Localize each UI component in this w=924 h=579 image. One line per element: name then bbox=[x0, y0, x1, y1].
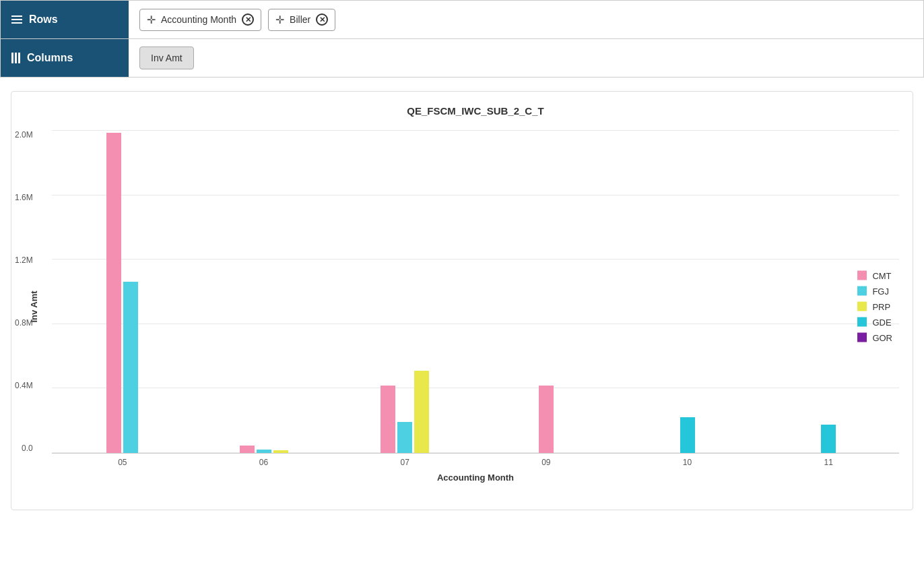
legend-color-GOR bbox=[857, 333, 867, 342]
accounting-month-label: Accounting Month bbox=[161, 14, 236, 25]
legend-label-PRP: PRP bbox=[872, 301, 890, 311]
rows-section: Rows ✛ Accounting Month ✕ ✛ Biller ✕ bbox=[1, 1, 923, 39]
legend-color-GDE bbox=[857, 317, 867, 327]
columns-icon bbox=[11, 53, 20, 63]
bar-GDE-11[interactable] bbox=[821, 425, 836, 453]
bar-FGJ-05[interactable] bbox=[123, 282, 138, 453]
legend-item-PRP: PRP bbox=[857, 301, 892, 311]
x-label-06: 06 bbox=[193, 458, 335, 467]
legend-color-CMT bbox=[857, 271, 867, 280]
bar-FGJ-06[interactable] bbox=[257, 450, 271, 453]
move-icon-2: ✛ bbox=[275, 13, 284, 26]
chart-legend: CMTFGJPRPGDEGOR bbox=[857, 270, 892, 342]
legend-item-GOR: GOR bbox=[857, 332, 892, 342]
legend-label-GDE: GDE bbox=[872, 317, 891, 327]
y-tick-label: 1.6M bbox=[15, 193, 37, 202]
x-axis-title: Accounting Month bbox=[52, 473, 899, 483]
month-group bbox=[334, 130, 475, 453]
legend-label-GOR: GOR bbox=[872, 332, 892, 342]
biller-chip[interactable]: ✛ Biller ✕ bbox=[268, 9, 335, 31]
y-tick-label: 0.0 bbox=[22, 444, 37, 453]
chart-container: QE_FSCM_IWC_SUB_2_C_T Inv Amt 2.0M1.6M1.… bbox=[11, 91, 913, 510]
bar-CMT-09[interactable] bbox=[539, 386, 554, 453]
accounting-month-close[interactable]: ✕ bbox=[242, 13, 254, 26]
x-label-09: 09 bbox=[475, 458, 617, 467]
legend-label-CMT: CMT bbox=[872, 270, 891, 280]
bar-CMT-07[interactable] bbox=[381, 386, 395, 453]
configuration-panel: Rows ✛ Accounting Month ✕ ✛ Biller ✕ Col… bbox=[0, 0, 924, 78]
y-tick-label: 1.2M bbox=[15, 255, 37, 265]
rows-icon bbox=[11, 16, 22, 24]
legend-label-FGJ: FGJ bbox=[872, 286, 889, 296]
rows-chips-area: ✛ Accounting Month ✕ ✛ Biller ✕ bbox=[129, 9, 923, 31]
chart-inner: 2.0M1.6M1.2M0.8M0.4M0.0 050607091011 Acc… bbox=[52, 130, 899, 483]
legend-color-FGJ bbox=[857, 286, 867, 296]
month-group bbox=[617, 130, 758, 453]
legend-item-CMT: CMT bbox=[857, 270, 892, 280]
inv-amt-chip[interactable]: Inv Amt bbox=[139, 47, 194, 69]
legend-color-PRP bbox=[857, 302, 867, 311]
bar-CMT-05[interactable] bbox=[106, 133, 121, 453]
legend-item-GDE: GDE bbox=[857, 317, 892, 327]
bar-GDE-10[interactable] bbox=[680, 417, 695, 453]
rows-label: Rows bbox=[1, 1, 129, 38]
legend-item-FGJ: FGJ bbox=[857, 286, 892, 296]
columns-chips-area: Inv Amt bbox=[129, 47, 923, 69]
columns-section: Columns Inv Amt bbox=[1, 39, 923, 78]
y-labels: 2.0M1.6M1.2M0.8M0.4M0.0 bbox=[15, 130, 37, 453]
move-icon: ✛ bbox=[147, 13, 156, 26]
x-label-07: 07 bbox=[334, 458, 475, 467]
accounting-month-chip[interactable]: ✛ Accounting Month ✕ bbox=[139, 9, 261, 31]
chart-title: QE_FSCM_IWC_SUB_2_C_T bbox=[52, 105, 899, 117]
bar-PRP-06[interactable] bbox=[273, 450, 288, 453]
bar-PRP-07[interactable] bbox=[414, 371, 429, 453]
bars-row: 2.0M1.6M1.2M0.8M0.4M0.0 bbox=[52, 130, 899, 454]
y-tick-label: 0.8M bbox=[15, 318, 37, 328]
x-label-05: 05 bbox=[52, 458, 193, 467]
month-group bbox=[475, 130, 617, 453]
bar-FGJ-07[interactable] bbox=[397, 422, 412, 453]
y-tick-label: 0.4M bbox=[15, 381, 37, 390]
x-label-11: 11 bbox=[758, 458, 899, 467]
bar-CMT-06[interactable] bbox=[240, 446, 255, 453]
biller-label: Biller bbox=[290, 14, 310, 25]
columns-label: Columns bbox=[1, 39, 129, 77]
inv-amt-label: Inv Amt bbox=[151, 53, 183, 63]
biller-close[interactable]: ✕ bbox=[316, 13, 328, 26]
chart-area: Inv Amt 2.0M1.6M1.2M0.8M0.4M0.0 05060709… bbox=[52, 130, 899, 483]
x-labels: 050607091011 bbox=[52, 458, 899, 467]
y-tick-label: 2.0M bbox=[15, 130, 37, 140]
x-label-10: 10 bbox=[617, 458, 758, 467]
month-group bbox=[193, 130, 335, 453]
month-group bbox=[52, 130, 193, 453]
